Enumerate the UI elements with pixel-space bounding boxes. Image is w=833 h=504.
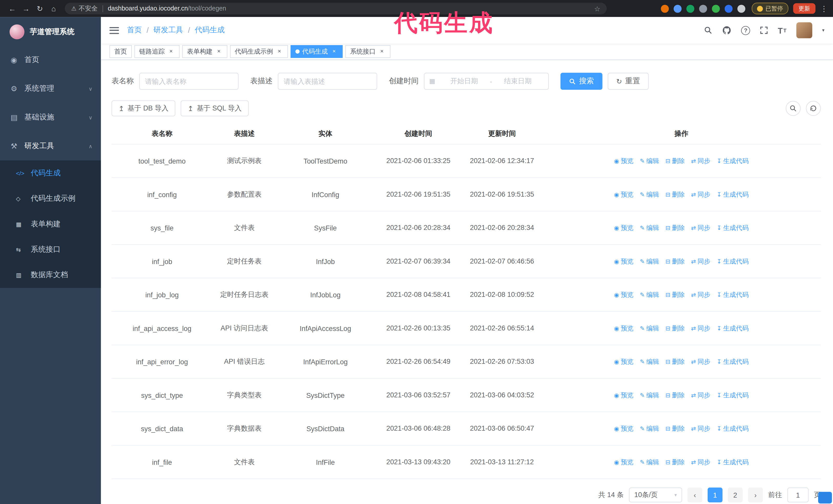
sidebar-subitem-db-doc[interactable]: ▥ 数据库文档 <box>0 262 101 288</box>
sync-link[interactable]: ⇄同步 <box>691 157 710 165</box>
generate-code-link[interactable]: ↧生成代码 <box>717 223 749 232</box>
generate-code-link[interactable]: ↧生成代码 <box>717 424 749 433</box>
sidebar-item-devtools[interactable]: ⚒ 研发工具 ∧ <box>0 132 101 161</box>
reset-button[interactable]: ↻ 重置 <box>608 73 648 90</box>
table-name-input[interactable] <box>139 73 239 90</box>
tab-codegen-example[interactable]: 代码生成示例 × <box>230 45 288 58</box>
date-range-picker[interactable]: ▦ 开始日期 - 结束日期 <box>424 73 549 90</box>
floating-widget-button[interactable] <box>818 492 832 503</box>
back-icon[interactable]: ← <box>5 4 19 13</box>
edit-link[interactable]: ✎编辑 <box>640 157 659 165</box>
delete-link[interactable]: ⊟删除 <box>665 324 685 333</box>
sidebar-collapse-icon[interactable] <box>110 27 119 34</box>
edit-link[interactable]: ✎编辑 <box>640 324 659 333</box>
import-db-button[interactable]: ↥ 基于 DB 导入 <box>112 100 175 116</box>
page-button-1[interactable]: 1 <box>708 487 722 502</box>
tab-form-builder[interactable]: 表单构建 × <box>182 45 227 58</box>
generate-code-link[interactable]: ↧生成代码 <box>717 458 749 466</box>
font-size-icon[interactable]: TT <box>778 26 787 34</box>
sync-link[interactable]: ⇄同步 <box>691 357 710 366</box>
breadcrumb-devtools[interactable]: 研发工具 <box>153 25 183 35</box>
generate-code-link[interactable]: ↧生成代码 <box>717 391 749 400</box>
search-button[interactable]: 搜索 <box>561 73 602 90</box>
edit-link[interactable]: ✎编辑 <box>640 290 659 299</box>
delete-link[interactable]: ⊟删除 <box>665 391 685 400</box>
extension-icon-7[interactable] <box>737 5 745 13</box>
tab-close-icon[interactable]: × <box>378 48 386 55</box>
home-icon[interactable]: ⌂ <box>47 4 61 13</box>
forward-icon[interactable]: → <box>19 4 33 13</box>
delete-link[interactable]: ⊟删除 <box>665 357 685 366</box>
delete-link[interactable]: ⊟删除 <box>665 190 685 199</box>
page-size-select[interactable]: 10条/页 ▾ <box>629 487 682 502</box>
edit-link[interactable]: ✎编辑 <box>640 357 659 366</box>
preview-link[interactable]: ◉预览 <box>614 223 634 232</box>
import-sql-button[interactable]: ↥ 基于 SQL 导入 <box>181 100 248 116</box>
goto-page-input[interactable] <box>787 487 809 502</box>
sync-paused-badge[interactable]: 已暂停 <box>752 3 788 14</box>
sync-link[interactable]: ⇄同步 <box>691 391 710 400</box>
preview-link[interactable]: ◉预览 <box>614 391 634 400</box>
sync-link[interactable]: ⇄同步 <box>691 257 710 266</box>
preview-link[interactable]: ◉预览 <box>614 290 634 299</box>
prev-page-button[interactable]: ‹ <box>687 487 702 502</box>
refresh-button[interactable] <box>806 101 821 116</box>
breadcrumb-home[interactable]: 首页 <box>127 25 142 35</box>
extension-icon-6[interactable] <box>724 5 733 13</box>
tab-home[interactable]: 首页 <box>110 45 132 58</box>
tab-tracing[interactable]: 链路追踪 × <box>134 45 180 58</box>
user-avatar[interactable] <box>796 22 812 38</box>
preview-link[interactable]: ◉预览 <box>614 157 634 165</box>
sidebar-subitem-form-builder[interactable]: ▦ 表单构建 <box>0 212 101 237</box>
search-icon[interactable] <box>704 26 713 34</box>
edit-link[interactable]: ✎编辑 <box>640 391 659 400</box>
preview-link[interactable]: ◉预览 <box>614 458 634 466</box>
edit-link[interactable]: ✎编辑 <box>640 424 659 433</box>
table-desc-input[interactable] <box>278 73 377 90</box>
preview-link[interactable]: ◉预览 <box>614 357 634 366</box>
sync-link[interactable]: ⇄同步 <box>691 424 710 433</box>
preview-link[interactable]: ◉预览 <box>614 190 634 199</box>
tab-close-icon[interactable]: × <box>215 48 222 55</box>
extension-icon-3[interactable] <box>686 5 694 13</box>
tab-close-icon[interactable]: × <box>330 48 338 55</box>
delete-link[interactable]: ⊟删除 <box>665 157 685 165</box>
delete-link[interactable]: ⊟删除 <box>665 424 685 433</box>
browser-menu-icon[interactable]: ⋮ <box>820 4 828 13</box>
preview-link[interactable]: ◉预览 <box>614 324 634 333</box>
sidebar-item-home[interactable]: ◉ 首页 <box>0 46 101 74</box>
sync-link[interactable]: ⇄同步 <box>691 324 710 333</box>
sync-link[interactable]: ⇄同步 <box>691 223 710 232</box>
sync-link[interactable]: ⇄同步 <box>691 290 710 299</box>
sidebar-subitem-system-api[interactable]: ⇆ 系统接口 <box>0 237 101 262</box>
fullscreen-icon[interactable] <box>760 26 768 34</box>
extension-icon-1[interactable] <box>661 5 669 13</box>
bookmark-star-icon[interactable]: ☆ <box>594 5 600 13</box>
delete-link[interactable]: ⊟删除 <box>665 223 685 232</box>
generate-code-link[interactable]: ↧生成代码 <box>717 290 749 299</box>
toggle-search-button[interactable] <box>786 101 801 116</box>
help-icon[interactable]: ? <box>741 26 750 34</box>
app-logo[interactable]: 芋道管理系统 <box>0 17 101 46</box>
generate-code-link[interactable]: ↧生成代码 <box>717 357 749 366</box>
delete-link[interactable]: ⊟删除 <box>665 257 685 266</box>
extension-icon-4[interactable] <box>699 5 707 13</box>
avatar-caret-icon[interactable]: ▾ <box>822 28 824 33</box>
edit-link[interactable]: ✎编辑 <box>640 190 659 199</box>
edit-link[interactable]: ✎编辑 <box>640 458 659 466</box>
next-page-button[interactable]: › <box>748 487 763 502</box>
tab-close-icon[interactable]: × <box>167 48 175 55</box>
generate-code-link[interactable]: ↧生成代码 <box>717 190 749 199</box>
tab-system-api[interactable]: 系统接口 × <box>345 45 390 58</box>
generate-code-link[interactable]: ↧生成代码 <box>717 257 749 266</box>
sidebar-subitem-codegen[interactable]: </> 代码生成 <box>0 161 101 186</box>
sync-link[interactable]: ⇄同步 <box>691 190 710 199</box>
delete-link[interactable]: ⊟删除 <box>665 290 685 299</box>
sync-link[interactable]: ⇄同步 <box>691 458 710 466</box>
preview-link[interactable]: ◉预览 <box>614 257 634 266</box>
delete-link[interactable]: ⊟删除 <box>665 458 685 466</box>
tab-close-icon[interactable]: × <box>276 48 283 55</box>
edit-link[interactable]: ✎编辑 <box>640 257 659 266</box>
generate-code-link[interactable]: ↧生成代码 <box>717 157 749 165</box>
page-button-2[interactable]: 2 <box>728 487 743 502</box>
